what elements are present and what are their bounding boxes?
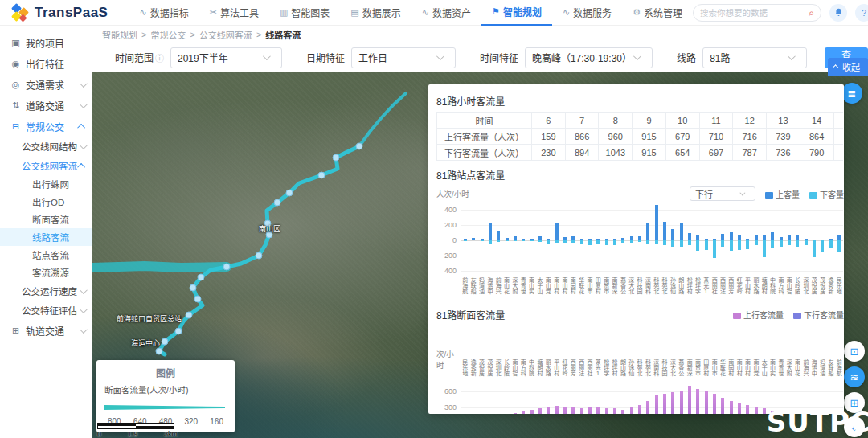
- bar-group[interactable]: [644, 203, 652, 277]
- bar-group[interactable]: [619, 203, 627, 277]
- bar-group[interactable]: [694, 203, 702, 277]
- legend-item[interactable]: 上行客流量: [733, 309, 784, 321]
- brand[interactable]: TransPaaS: [11, 4, 108, 22]
- bar-group[interactable]: [826, 203, 834, 277]
- bar-group[interactable]: [835, 203, 843, 277]
- layers-button[interactable]: ≋: [844, 366, 865, 387]
- direction-select[interactable]: 下行: [690, 186, 755, 201]
- search-icon[interactable]: ⌕: [809, 8, 814, 18]
- bar-group[interactable]: [785, 203, 793, 277]
- bar-group[interactable]: [569, 383, 577, 414]
- bar-group[interactable]: [768, 203, 776, 277]
- bar-group[interactable]: [743, 383, 751, 414]
- notifications-button[interactable]: [829, 4, 847, 22]
- bar-group[interactable]: [494, 203, 502, 277]
- panel-toggle-button[interactable]: ≣: [841, 83, 862, 104]
- bar-group[interactable]: [578, 383, 586, 414]
- sidebar-item-出行蛛网[interactable]: 出行蛛网: [0, 175, 92, 193]
- sidebar-item-出行特征[interactable]: ◉出行特征: [0, 53, 92, 74]
- bar-group[interactable]: [528, 383, 536, 414]
- breadcrumb-item[interactable]: 常规公交: [150, 28, 186, 41]
- bar-group[interactable]: [628, 203, 636, 277]
- bar-group[interactable]: [735, 203, 743, 277]
- sidebar-item-公交线网结构[interactable]: 公交线网结构: [0, 137, 92, 156]
- bar-group[interactable]: [611, 383, 619, 414]
- bar-group[interactable]: [503, 383, 511, 414]
- bar-group[interactable]: [536, 203, 544, 277]
- sidebar-item-客流溯源[interactable]: 客流溯源: [0, 264, 92, 281]
- bar-group[interactable]: [511, 203, 519, 277]
- sidebar-item-线路客流[interactable]: 线路客流: [0, 228, 92, 246]
- sidebar-item-公交运行速度[interactable]: 公交运行速度: [0, 281, 92, 301]
- sidebar-item-公交特征评估[interactable]: 公交特征评估: [0, 301, 92, 320]
- bar-group[interactable]: [469, 203, 477, 277]
- bar-group[interactable]: [553, 203, 561, 277]
- bar-group[interactable]: [719, 383, 727, 414]
- bar-group[interactable]: [810, 203, 818, 277]
- bar-group[interactable]: [801, 203, 809, 277]
- sidebar-item-站点客流[interactable]: 站点客流: [0, 246, 92, 264]
- bar-group[interactable]: [661, 203, 669, 277]
- bar-group[interactable]: [686, 383, 694, 414]
- bar-group[interactable]: [669, 383, 677, 414]
- bar-group[interactable]: [719, 203, 727, 277]
- bar-group[interactable]: [653, 203, 661, 277]
- bar-group[interactable]: [743, 203, 751, 277]
- bar-group[interactable]: [519, 383, 527, 414]
- nav-item-数据指标[interactable]: ∿数据指标: [129, 0, 199, 26]
- breadcrumb-item[interactable]: 公交线网客流: [199, 28, 252, 41]
- bar-group[interactable]: [727, 203, 735, 277]
- bar-group[interactable]: [702, 203, 710, 277]
- bar-group[interactable]: [644, 383, 652, 414]
- bar-group[interactable]: [653, 383, 661, 414]
- bar-group[interactable]: [603, 203, 611, 277]
- filter-select-线路[interactable]: 81路: [702, 47, 807, 68]
- bar-group[interactable]: [661, 383, 669, 414]
- bar-group[interactable]: [678, 383, 686, 414]
- nav-item-智能规划[interactable]: ⚑智能规划: [481, 0, 552, 26]
- legend-item[interactable]: 下客量: [809, 188, 844, 200]
- map-canvas[interactable]: 南山区前海蛇口自贸区总站海运中心 图例 断面客流量(人次/小时) 8006404…: [92, 72, 868, 438]
- bar-group[interactable]: [611, 203, 619, 277]
- collapse-panel-button[interactable]: 收起: [828, 58, 868, 76]
- filter-select-时间范围[interactable]: 2019下半年: [170, 47, 282, 68]
- bar-group[interactable]: [686, 203, 694, 277]
- bar-group[interactable]: [678, 203, 686, 277]
- bar-group[interactable]: [494, 383, 502, 414]
- sidebar-item-断面客流[interactable]: 断面客流: [0, 211, 92, 228]
- bar-group[interactable]: [578, 203, 586, 277]
- legend-item[interactable]: 上客量: [765, 188, 800, 200]
- bar-group[interactable]: [536, 383, 544, 414]
- bar-group[interactable]: [619, 383, 627, 414]
- bar-group[interactable]: [636, 203, 644, 277]
- filter-select-日期特征[interactable]: 工作日: [351, 47, 456, 68]
- bar-group[interactable]: [486, 203, 494, 277]
- bar-group[interactable]: [594, 203, 602, 277]
- breadcrumb-item[interactable]: 智能规划: [102, 28, 137, 41]
- search-input[interactable]: [700, 8, 809, 18]
- bar-group[interactable]: [710, 383, 719, 414]
- bar-group[interactable]: [710, 203, 719, 277]
- bar-group[interactable]: [694, 383, 702, 414]
- help-button[interactable]: ?: [855, 4, 868, 22]
- bar-group[interactable]: [628, 383, 636, 414]
- bar-group[interactable]: [603, 383, 611, 414]
- bar-group[interactable]: [469, 383, 477, 414]
- station-dots[interactable]: [156, 143, 362, 354]
- nav-item-数据资产[interactable]: ∿数据资产: [411, 0, 481, 26]
- bar-group[interactable]: [478, 383, 486, 414]
- legend-item[interactable]: 下行客流量: [793, 309, 844, 321]
- bar-group[interactable]: [751, 383, 760, 414]
- bar-group[interactable]: [702, 383, 710, 414]
- bar-group[interactable]: [727, 383, 735, 414]
- bar-group[interactable]: [528, 203, 536, 277]
- nav-item-数据展示[interactable]: ▤数据展示: [340, 0, 411, 26]
- bar-group[interactable]: [569, 203, 577, 277]
- global-search[interactable]: ⌕: [693, 4, 821, 22]
- nav-item-系统管理[interactable]: ⚙系统管理: [622, 0, 693, 26]
- sidebar-item-出行OD[interactable]: 出行OD: [0, 193, 92, 211]
- bar-group[interactable]: [735, 383, 743, 414]
- nav-item-智能图表[interactable]: ▥智能图表: [269, 0, 340, 26]
- screenshot-button[interactable]: ⊡: [844, 341, 865, 362]
- sidebar-item-道路交通[interactable]: ⇅道路交通: [0, 95, 92, 116]
